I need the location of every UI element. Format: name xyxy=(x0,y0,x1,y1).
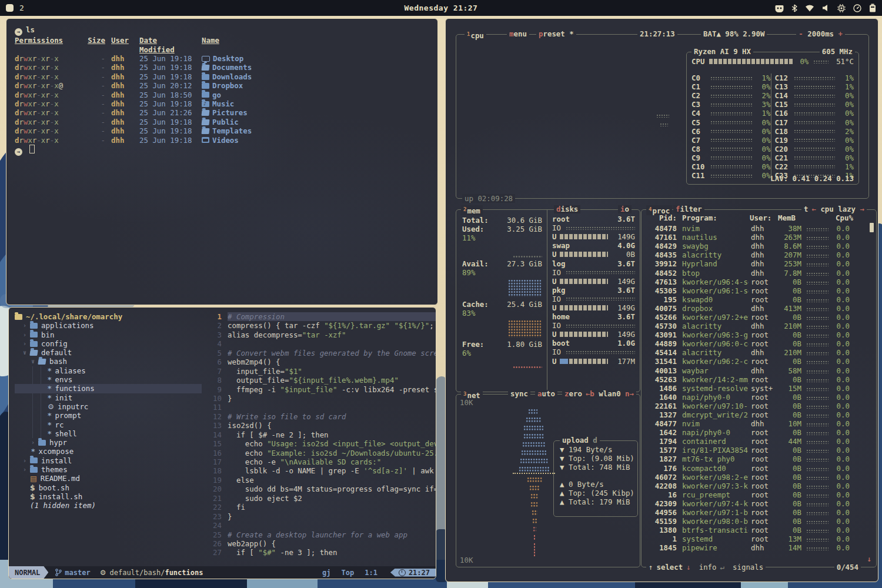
tree-item[interactable]: boot.sh xyxy=(15,483,202,492)
code-line[interactable]: 23 } xyxy=(202,512,436,521)
bluetooth-icon[interactable] xyxy=(791,4,797,12)
process-row[interactable]: 48429 swaybg dhh 8.6M 0.0 xyxy=(645,242,866,250)
sync-button[interactable]: sync xyxy=(508,390,530,398)
cpu-title[interactable]: 1cpu xyxy=(465,30,486,40)
process-row[interactable]: 45266 kworker/u97:2+ev root 0B 0.0 xyxy=(645,313,866,322)
info-button[interactable]: info xyxy=(699,563,717,572)
col-pid[interactable]: Pid: xyxy=(659,213,677,222)
process-row[interactable]: 1327 dmcrypt_write/25 root 0B 0.0 xyxy=(645,410,866,419)
select-down-key[interactable]: ↓ xyxy=(686,563,690,572)
proc-scrollbar-thumb[interactable] xyxy=(870,223,874,232)
tree-item[interactable]: prompt xyxy=(15,411,202,420)
col-user[interactable]: User: xyxy=(750,213,771,222)
code-line[interactable]: 5 # Convert webm files generated by the … xyxy=(202,349,436,358)
col-memb[interactable]: MemB xyxy=(778,213,796,222)
omarchy-icon[interactable] xyxy=(775,4,784,12)
code-line[interactable]: 11 xyxy=(202,403,436,412)
scroll-down-indicator[interactable]: ↓ xyxy=(867,554,871,563)
process-row[interactable]: 31541 kworker/u96:2-co root 0B 0.0 xyxy=(645,357,866,366)
tree-item[interactable]: rc xyxy=(15,420,202,429)
process-row[interactable]: 44889 kworker/u96:0-co root 0B 0.0 xyxy=(645,339,866,348)
process-row[interactable]: 1486 systemd-resolve syst+ 15M 0.0 xyxy=(645,384,866,393)
tree-item[interactable]: › applications xyxy=(15,321,202,330)
process-row[interactable]: 22161 kworker/u97:10-k root 0B 0.0 xyxy=(645,402,866,410)
process-row[interactable]: 48478 nvim dhh 38M 0.0 xyxy=(645,224,866,233)
process-row[interactable]: 46072 kworker/u98:2-ev root 0B 0.0 xyxy=(645,473,866,482)
code-line[interactable]: 27 if [ "$#" -ne 3 ]; then xyxy=(202,548,436,557)
preset-button[interactable]: preset * xyxy=(536,30,576,38)
tree-item[interactable]: inputrc xyxy=(15,402,202,411)
sort-right-arrow[interactable]: → xyxy=(860,205,864,213)
prompt-line-empty[interactable]: → xyxy=(15,145,429,156)
process-row[interactable]: 1 systemd root 13M 0.0 xyxy=(645,534,866,543)
process-row[interactable]: 44956 kworker/u97:1-bt root 0B 0.0 xyxy=(645,508,866,517)
tree-item[interactable]: envs xyxy=(15,375,202,384)
process-row[interactable]: 47161 nautilus dhh 263M 0.0 xyxy=(645,233,866,242)
process-row[interactable]: 45263 kworker/14:2-mm_ root 0B 0.0 xyxy=(645,375,866,384)
select-up-key[interactable]: ↑ xyxy=(649,563,653,572)
process-row[interactable]: 45305 kworker/u96:1-sd root 0B 0.0 xyxy=(645,286,866,295)
code-line[interactable]: 1 # Compression xyxy=(202,312,436,321)
process-row[interactable]: 176 kcompactd0 root 0B 0.0 xyxy=(645,464,866,473)
code-line[interactable]: 18 lsblk -d -o NAME | grep -E '^sd[a-z]'… xyxy=(202,466,436,475)
col-cpu[interactable]: Cpu% xyxy=(836,213,853,222)
code-line[interactable]: 2 compress() { tar -czf "${1%/}.tar.gz" … xyxy=(202,321,436,330)
interface-switcher[interactable]: ←b wlan0 n→ xyxy=(583,390,636,398)
tree-item[interactable]: xcompose xyxy=(15,447,202,456)
code-line[interactable]: 4 xyxy=(202,339,436,348)
process-row[interactable]: 45730 alacritty dhh 210M 0.0 xyxy=(645,322,866,330)
prompt-line[interactable]: →ls xyxy=(15,25,429,36)
process-row[interactable]: 1640 napi/phy0-0 root 0B 0.0 xyxy=(645,393,866,402)
tree-item[interactable]: (1 hidden item) xyxy=(15,501,202,510)
editor-window[interactable]: ~/.local/share/omarchy › applications › … xyxy=(8,307,436,579)
code-line[interactable]: 15 echo "Usage: iso2sd <input_file> <out… xyxy=(202,439,436,448)
battery-icon[interactable] xyxy=(869,4,876,12)
code-line[interactable]: 7 input_file="$1" xyxy=(202,367,436,376)
net-info-title[interactable]: upload d xyxy=(560,436,600,445)
tree-item[interactable]: functions xyxy=(15,384,202,393)
poll-minus-button[interactable]: - xyxy=(799,29,803,38)
code-line[interactable]: 21 sudo eject $2 xyxy=(202,494,436,503)
process-row[interactable]: 45414 alacritty dhh 210M 0.0 xyxy=(645,348,866,357)
tree-item[interactable]: aliases xyxy=(15,366,202,375)
code-line[interactable]: 13 iso2sd() { xyxy=(202,421,436,430)
code-line[interactable]: 6 webm2mp4() { xyxy=(202,358,436,366)
tree-item[interactable]: README.md xyxy=(15,474,202,483)
process-row[interactable]: 48435 alacritty dhh 207M 0.0 xyxy=(645,250,866,259)
code-line[interactable]: 19 else xyxy=(202,476,436,485)
code-line[interactable]: 25 # Create a desktop launcher for a web… xyxy=(202,530,436,539)
col-program[interactable]: Program: xyxy=(682,213,717,222)
tree-item[interactable]: › themes xyxy=(15,465,202,474)
filter-button[interactable]: filter xyxy=(673,205,704,213)
poll-plus-button[interactable]: + xyxy=(838,29,843,38)
process-row[interactable]: 1642 napi/phy0-0 root 0B 0.0 xyxy=(645,428,866,437)
auto-button[interactable]: auto xyxy=(535,390,557,398)
process-row[interactable]: 48452 btop dhh 7.8M 0.0 xyxy=(645,268,866,277)
wifi-icon[interactable] xyxy=(805,4,814,12)
code-line[interactable]: 9 ffmpeg -i "$input_file" -c:v libx264 -… xyxy=(202,385,436,394)
process-row[interactable]: 48477 nvim dhh 10M 0.0 xyxy=(645,419,866,428)
code-panel[interactable]: 1 # Compression 2 compress() { tar -czf … xyxy=(202,308,436,566)
tree-root[interactable]: ~/.local/share/omarchy xyxy=(15,312,202,321)
process-row[interactable]: 195 kswapd0 root 0B 0.0 xyxy=(645,295,866,304)
tree-item[interactable]: shell xyxy=(15,429,202,438)
process-row[interactable]: 40013 waybar dhh 58M 0.0 xyxy=(645,366,866,375)
tree-item[interactable]: install.sh xyxy=(15,492,202,501)
terminal-window[interactable]: →ls Permissions Size User Date Modified … xyxy=(6,18,438,305)
process-row[interactable]: 43091 kworker/u96:3-gf root 0B 0.0 xyxy=(645,330,866,339)
process-row[interactable]: 1794 containerd root 44M 0.0 xyxy=(645,437,866,446)
process-row[interactable]: 47613 kworker/u96:4-sd root 0B 0.0 xyxy=(645,278,866,286)
process-row[interactable]: 42208 kworker/u97:3-kc root 0B 0.0 xyxy=(645,482,866,490)
tree-item[interactable]: › bin xyxy=(15,330,202,339)
code-line[interactable]: 10 } xyxy=(202,394,436,403)
code-line[interactable]: 8 output_file="${input_file%.webm}.mp4" xyxy=(202,376,436,385)
process-row[interactable]: 45159 kworker/u98:0-bt root 0B 0.0 xyxy=(645,517,866,526)
chip-icon[interactable] xyxy=(837,4,846,12)
tree-item[interactable]: init xyxy=(15,393,202,402)
sort-left-arrow[interactable]: ← xyxy=(811,205,816,213)
code-line[interactable]: 24 xyxy=(202,521,436,530)
code-line[interactable]: 12 # Write iso file to sd card xyxy=(202,412,436,421)
signals-button[interactable]: signals xyxy=(733,563,763,572)
zero-button[interactable]: zero xyxy=(562,390,584,398)
process-row[interactable]: 42309 kworker/u97:4-kv root 0B 0.0 xyxy=(645,499,866,508)
